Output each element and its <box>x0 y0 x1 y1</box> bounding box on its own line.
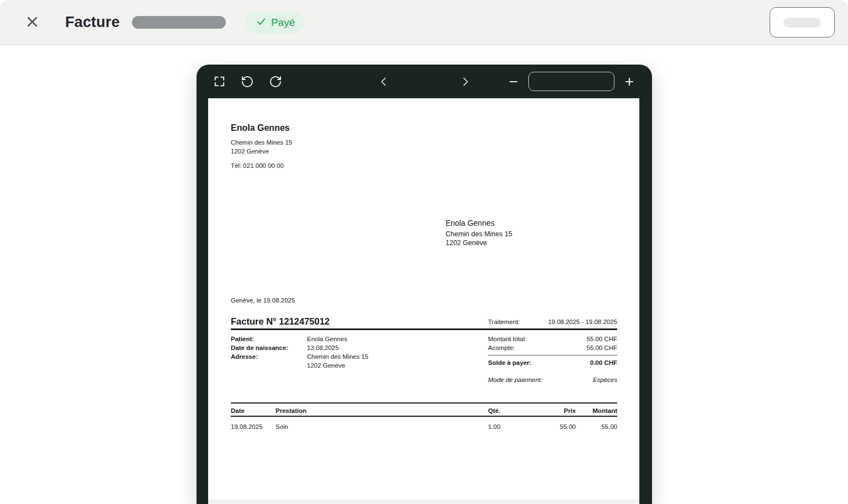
prev-page-button[interactable] <box>377 75 391 89</box>
cell-prestation: Soin <box>275 423 288 430</box>
title-placeholder <box>132 16 226 29</box>
sender-address-line2: 1202 Genève <box>231 147 292 156</box>
pdf-toolbar: − + <box>197 65 652 98</box>
page-end-strip <box>208 500 639 504</box>
sender-phone: Tél: 021 000 00 00 <box>231 161 292 170</box>
cell-date: 19.08.2025 <box>231 423 263 430</box>
close-button[interactable] <box>23 14 41 31</box>
fullscreen-icon <box>213 75 226 88</box>
chevron-right-icon <box>459 76 471 88</box>
table-top-rule <box>231 402 617 404</box>
address-row: Adresse: Chemin des Mines 15 1202 Genève <box>231 352 368 370</box>
zoom-in-icon: + <box>625 74 634 89</box>
sender-address-line1: Chemin des Mines 15 <box>231 138 292 147</box>
page-indicator <box>391 75 458 89</box>
cell-price: 55.00 <box>560 423 576 430</box>
place-and-date: Genève, le 19.08.2025 <box>231 296 295 305</box>
payment-method-value: Espèces <box>593 375 617 384</box>
zoom-level-input[interactable] <box>528 72 614 91</box>
sender-address-block: Enola Gennes Chemin des Mines 15 1202 Ge… <box>231 123 292 170</box>
paid-status-label: Payé <box>271 17 295 29</box>
table-header-row: Date Prestation Qté. Prix Montant <box>231 405 617 416</box>
chevron-left-icon <box>378 76 390 88</box>
close-icon <box>25 15 39 30</box>
next-page-button[interactable] <box>458 75 473 89</box>
totals-block: Montant total: 55.00 CHF Acompte: 55.00 … <box>488 335 617 384</box>
totals-divider <box>488 355 617 356</box>
table-row: 19.08.2025 Soin 1.00 55.00 55.00 <box>231 423 617 432</box>
col-header-amount: Montant <box>592 407 617 414</box>
address-value-line2: 1202 Genève <box>307 361 368 370</box>
table-header-rule <box>231 416 617 417</box>
col-header-qty: Qté. <box>488 407 500 414</box>
recipient-address-line1: Chemin des Mines 15 <box>446 230 512 238</box>
recipient-name: Enola Gennes <box>446 217 512 229</box>
zoom-in-button[interactable]: + <box>622 75 637 89</box>
balance-due-label: Solde à payer: <box>488 358 532 367</box>
deposit-row: Acompte: 55.00 CHF <box>488 343 617 352</box>
document-page: Enola Gennes Chemin des Mines 15 1202 Ge… <box>208 98 639 504</box>
total-amount-row: Montant total: 55.00 CHF <box>488 335 617 343</box>
button-label-placeholder <box>783 18 821 28</box>
paid-status-badge: Payé <box>246 12 305 33</box>
balance-due-row: Solde à payer: 0.00 CHF <box>488 358 617 367</box>
address-label: Adresse: <box>231 352 307 370</box>
total-amount-label: Montant total: <box>488 335 527 343</box>
total-amount-value: 55.00 CHF <box>586 335 617 343</box>
payment-method-row: Mode de paiement: Espèces <box>488 375 617 384</box>
cell-qty: 1.00 <box>488 423 500 430</box>
balance-due-value: 0.00 CHF <box>590 358 617 367</box>
fullscreen-button[interactable] <box>212 75 226 89</box>
patient-details-block: Patient: Enola Gennes Date de naissance:… <box>231 335 368 370</box>
birthdate-label: Date de naissance: <box>231 343 307 352</box>
col-header-date: Date <box>231 407 245 414</box>
col-header-price: Prix <box>564 407 576 414</box>
patient-value: Enola Gennes <box>307 335 347 343</box>
address-value-line1: Chemin des Mines 15 <box>307 352 368 361</box>
treatment-label: Traitement: <box>488 317 520 326</box>
payment-method-label: Mode de paiement: <box>488 375 542 384</box>
zoom-out-button[interactable]: − <box>506 75 521 89</box>
cell-amount: 55.00 <box>601 423 617 430</box>
line-items-table: Date Prestation Qté. Prix Montant 19.08.… <box>231 402 617 432</box>
header-bar: Facture Payé <box>0 0 848 45</box>
birthdate-row: Date de naissance: 13.08.2025 <box>231 343 368 352</box>
zoom-out-icon: − <box>509 74 518 89</box>
pdf-viewer: − + Enola Gennes Chemin des Mines 15 120… <box>197 65 652 504</box>
invoice-header-rule <box>231 328 617 330</box>
deposit-label: Acompte: <box>488 343 515 352</box>
deposit-value: 55.00 CHF <box>586 343 617 352</box>
recipient-address-block: Enola Gennes Chemin des Mines 15 1202 Ge… <box>446 217 512 247</box>
rotate-cw-button[interactable] <box>268 75 283 89</box>
rotate-ccw-icon <box>241 75 254 88</box>
patient-label: Patient: <box>231 335 307 343</box>
recipient-address-line2: 1202 Genève <box>446 238 512 247</box>
col-header-prestation: Prestation <box>275 407 306 414</box>
birthdate-value: 13.08.2025 <box>307 343 339 352</box>
header-action-button[interactable] <box>770 7 835 38</box>
invoice-title: Facture N° 1212475012 <box>231 316 330 327</box>
patient-row: Patient: Enola Gennes <box>231 335 368 343</box>
rotate-cw-icon <box>269 75 282 88</box>
rotate-ccw-button[interactable] <box>240 75 255 89</box>
sender-name: Enola Gennes <box>231 123 292 133</box>
treatment-value: 19.08.2025 - 19.08.2025 <box>548 317 617 326</box>
page-title: Facture <box>65 14 120 31</box>
check-icon <box>256 16 267 29</box>
